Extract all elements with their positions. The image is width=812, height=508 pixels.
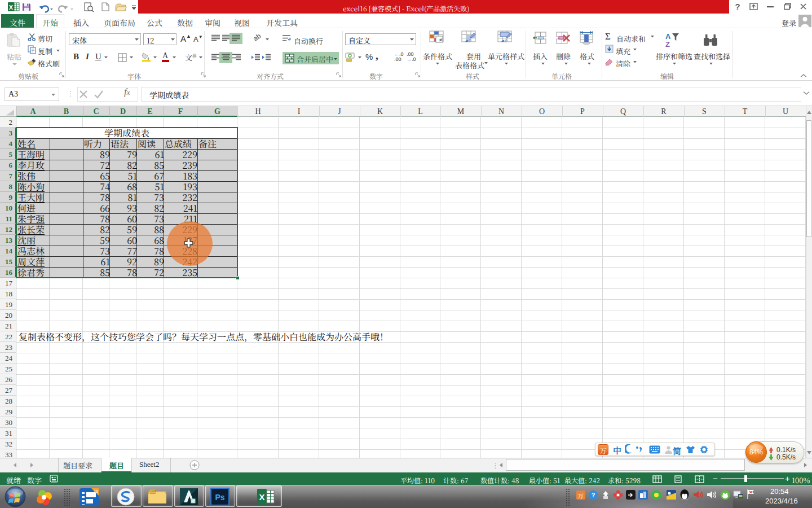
svg-text:Z: Z bbox=[665, 40, 670, 48]
svg-text:84%: 84% bbox=[749, 448, 763, 456]
svg-text:76: 76 bbox=[94, 489, 98, 493]
svg-text:≠: ≠ bbox=[439, 37, 443, 43]
svg-text:X: X bbox=[259, 492, 264, 502]
svg-text:X: X bbox=[9, 4, 14, 11]
svg-text:Ps: Ps bbox=[215, 493, 224, 502]
svg-text:A: A bbox=[665, 32, 671, 41]
svg-text:?: ? bbox=[735, 2, 740, 11]
svg-text:?: ? bbox=[592, 492, 595, 498]
